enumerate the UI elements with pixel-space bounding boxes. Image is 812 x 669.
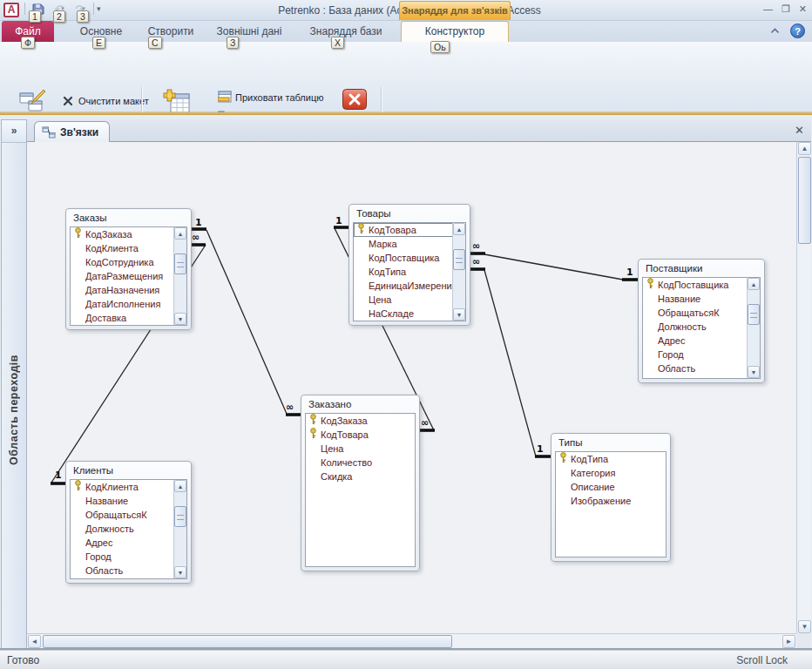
- canvas-vertical-scrollbar[interactable]: ▲ ▼: [796, 142, 811, 633]
- field-row[interactable]: КодКлиента: [71, 480, 186, 494]
- field-row[interactable]: Индекс: [71, 578, 186, 579]
- table-tovary[interactable]: Товары КодТовара Марка: [348, 204, 470, 326]
- field-row[interactable]: КодСотрудника: [71, 255, 186, 269]
- table-scrollbar[interactable]: ▲ ▼: [452, 223, 465, 321]
- table-zakazy[interactable]: Заказы КодЗаказа КодКлиента: [65, 208, 192, 330]
- field-row[interactable]: Адрес: [71, 536, 186, 550]
- navigation-pane-collapsed[interactable]: » Область переходів: [1, 119, 27, 649]
- tab-external-data[interactable]: Зовнішні дані: [207, 21, 291, 42]
- field-row[interactable]: Цена: [306, 442, 415, 456]
- field-row[interactable]: Доставка: [71, 311, 186, 325]
- field-row[interactable]: Количество: [306, 456, 415, 470]
- table-scrollbar[interactable]: ▲ ▼: [173, 480, 186, 578]
- field-row[interactable]: СтоимостьДоставки: [71, 325, 186, 326]
- close-window-button[interactable]: ✕: [799, 3, 807, 15]
- field-row[interactable]: Скидка: [306, 470, 415, 483]
- scroll-down-icon[interactable]: ▼: [453, 308, 465, 321]
- field-row[interactable]: НаСкладе: [354, 307, 465, 321]
- field-row[interactable]: Область: [71, 564, 186, 578]
- table-scrollbar[interactable]: ▲ ▼: [173, 227, 186, 325]
- expand-nav-pane-button[interactable]: »: [2, 120, 26, 143]
- tab-relationships-document[interactable]: Зв'язки: [34, 121, 110, 142]
- field-row[interactable]: Город: [643, 348, 760, 362]
- scroll-down-icon[interactable]: ▼: [748, 366, 760, 378]
- field-row[interactable]: ДатаНазначения: [71, 283, 186, 297]
- close-icon: [342, 88, 368, 111]
- scrollbar-thumb[interactable]: [453, 249, 465, 270]
- scroll-down-icon[interactable]: ▼: [798, 620, 811, 633]
- table-scrollbar[interactable]: ▲ ▼: [747, 278, 760, 378]
- scroll-up-icon[interactable]: ▲: [174, 227, 186, 240]
- field-row[interactable]: Название: [643, 292, 760, 306]
- tab-design-active[interactable]: Конструктор: [401, 21, 509, 42]
- field-row[interactable]: Название: [71, 494, 186, 508]
- field-row[interactable]: ДатаРазмещения: [71, 269, 186, 283]
- table-title[interactable]: Поставщики: [639, 260, 763, 276]
- field-row[interactable]: КодТипа: [354, 265, 465, 279]
- scrollbar-thumb[interactable]: [798, 157, 811, 244]
- table-title[interactable]: Клиенты: [67, 463, 190, 478]
- scrollbar-thumb[interactable]: [43, 635, 452, 648]
- collapse-ribbon-button[interactable]: [768, 24, 782, 37]
- scrollbar-thumb[interactable]: [174, 253, 186, 274]
- canvas-horizontal-scrollbar[interactable]: ◄ ►: [27, 633, 796, 648]
- field-row[interactable]: КодЗаказа: [306, 414, 415, 428]
- field-row[interactable]: КодЗаказа: [71, 227, 186, 241]
- field-row[interactable]: Область: [643, 362, 760, 375]
- table-title[interactable]: Типы: [552, 435, 669, 450]
- contextual-tab-group-header: Знаряддя для зв'язків: [399, 1, 511, 20]
- minimize-button[interactable]: —: [763, 3, 773, 15]
- hide-table-button[interactable]: Приховати таблицю: [214, 88, 327, 106]
- tab-database-tools[interactable]: Знаряддя бази даних: [294, 21, 397, 42]
- document-tab-label: Зв'язки: [60, 126, 98, 139]
- primary-key-icon: [306, 427, 321, 443]
- field-row[interactable]: Марка: [354, 237, 465, 251]
- restore-button[interactable]: ❐: [782, 3, 790, 15]
- qat-customize-icon[interactable]: ▾: [97, 4, 101, 13]
- field-row[interactable]: ЕдиницаИзмерения: [354, 279, 465, 293]
- primary-key-icon: [556, 451, 571, 467]
- field-row[interactable]: ОбращатьсяК: [643, 306, 760, 320]
- field-row[interactable]: КодТовара: [306, 428, 415, 442]
- close-document-button[interactable]: ✕: [795, 124, 804, 137]
- scroll-right-icon[interactable]: ►: [782, 635, 795, 648]
- field-row[interactable]: Цена: [354, 293, 465, 307]
- scrollbar-thumb[interactable]: [748, 304, 760, 325]
- field-row[interactable]: Должность: [71, 522, 186, 536]
- field-row[interactable]: Описание: [556, 480, 666, 494]
- table-postavshchiki[interactable]: Поставщики КодПоставщика Название: [638, 259, 765, 383]
- field-row[interactable]: Изображение: [556, 494, 666, 508]
- field-row[interactable]: КодКлиента: [71, 241, 186, 255]
- scroll-up-icon[interactable]: ▲: [453, 223, 465, 235]
- table-klienty[interactable]: Клиенты КодКлиента Название: [65, 461, 192, 584]
- scroll-down-icon[interactable]: ▼: [174, 566, 186, 578]
- field-row[interactable]: Категория: [556, 466, 666, 480]
- table-title[interactable]: Заказы: [67, 210, 190, 226]
- field-name: ДатаНазначения: [85, 283, 159, 297]
- field-row[interactable]: Ожидается: [354, 321, 465, 321]
- field-row[interactable]: КодПоставщика: [643, 278, 760, 292]
- scrollbar-thumb[interactable]: [174, 506, 186, 527]
- clear-layout-button[interactable]: Очистити макет: [58, 91, 152, 110]
- field-name: ОбращатьсяК: [658, 306, 720, 320]
- table-title[interactable]: Товары: [350, 206, 469, 221]
- scroll-down-icon[interactable]: ▼: [174, 313, 186, 325]
- field-row[interactable]: ДатаИсполнения: [71, 297, 186, 311]
- access-app-icon[interactable]: A: [3, 3, 19, 17]
- field-row[interactable]: КодПоставщика: [354, 251, 465, 265]
- field-row[interactable]: Город: [71, 550, 186, 564]
- scroll-up-icon[interactable]: ▲: [748, 278, 760, 290]
- table-tipy[interactable]: Типы КодТипа Категория: [551, 433, 671, 562]
- help-button[interactable]: ?: [790, 24, 805, 38]
- field-row[interactable]: Адрес: [643, 334, 760, 348]
- field-row[interactable]: Индекс: [643, 375, 760, 379]
- table-zakazano[interactable]: Заказано КодЗаказа КодТовара: [301, 395, 420, 571]
- scroll-up-icon[interactable]: ▲: [174, 480, 186, 492]
- scroll-up-icon[interactable]: ▲: [798, 142, 811, 155]
- field-row[interactable]: КодТипа: [556, 452, 666, 466]
- scroll-left-icon[interactable]: ◄: [28, 635, 41, 648]
- field-row[interactable]: Должность: [643, 320, 760, 334]
- field-row[interactable]: КодТовара: [354, 223, 465, 237]
- table-title[interactable]: Заказано: [302, 396, 418, 412]
- field-row[interactable]: ОбращатьсяК: [71, 508, 186, 522]
